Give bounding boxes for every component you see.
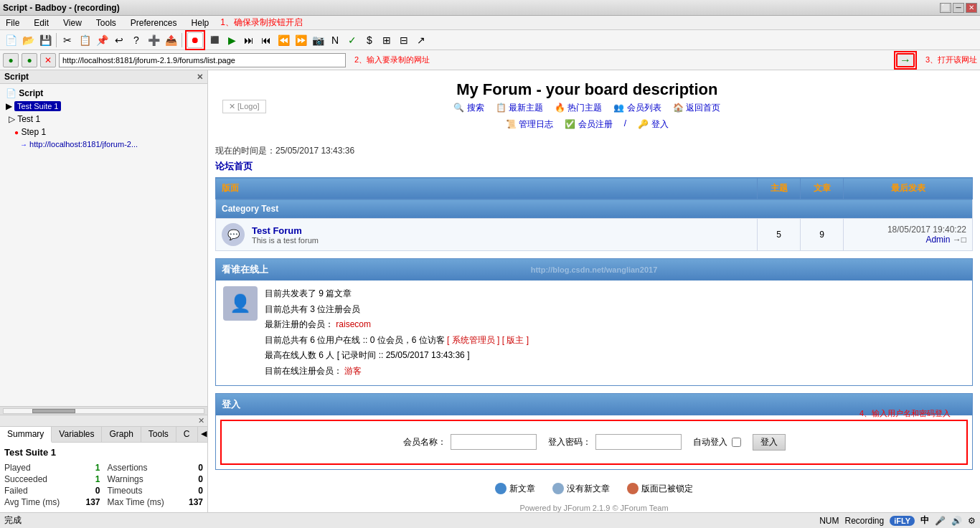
failed-value: 0: [79, 486, 100, 496]
sep2: [182, 33, 182, 47]
new-item-btn[interactable]: N: [327, 32, 343, 48]
dollar-btn[interactable]: $: [362, 32, 377, 48]
forum-body: 现在的时间是：25/05/2017 13:43:36 论坛首页 版面 主题 文章…: [208, 142, 980, 512]
arrow-btn[interactable]: ↗: [413, 32, 429, 48]
left-scrollbar-h[interactable]: [0, 406, 207, 415]
settings-icon: ⚙: [968, 516, 976, 526]
online-line3: 最新注册的会员： raisecom: [265, 317, 529, 333]
script-icon: 📄: [6, 88, 17, 98]
status-text: 完成: [4, 514, 22, 527]
bottom-panel: ✕ Summary Variables Graph Tools C ◀ ▶ Te…: [0, 415, 207, 512]
forum-lastpost-cell: 18/05/2017 19:40:22 Admin →□: [844, 219, 973, 251]
forum-header: ✕ [Logo] My Forum - your board descripti…: [208, 70, 980, 142]
tree-test[interactable]: ▷ Test 1: [3, 113, 204, 126]
no-new-icon: [552, 483, 564, 494]
lang-indicator: 中: [920, 514, 929, 527]
left-panel-title: Script: [4, 72, 29, 82]
stat-warnings: Warnings 0: [108, 473, 204, 485]
tab-tools[interactable]: Tools: [141, 427, 176, 442]
tree-suite[interactable]: ▶ Test Suite 1: [3, 100, 204, 113]
go-box: →: [894, 51, 917, 70]
time-info: 现在的时间是：25/05/2017 13:43:36: [215, 142, 973, 160]
autologin-checkbox[interactable]: [732, 438, 741, 447]
nav-hot[interactable]: 🔥 热门主题: [555, 102, 602, 114]
online-bracket1[interactable]: [ 系统管理员 ]: [447, 335, 499, 345]
back-btn[interactable]: ●: [3, 53, 19, 67]
stat-failed: Failed 0: [4, 485, 100, 496]
help-btn[interactable]: ?: [128, 32, 144, 48]
check-btn[interactable]: ✓: [344, 32, 360, 48]
footer-nonew: 没有新文章: [552, 483, 610, 495]
nav-register[interactable]: ✅ 会员注册: [565, 118, 612, 131]
capture-btn[interactable]: 📷: [310, 32, 326, 48]
online-user3[interactable]: raisecom: [336, 319, 371, 329]
forum-info: 💬 Test Forum This is a test forum: [222, 223, 751, 246]
tab-summary[interactable]: Summary: [0, 427, 52, 443]
menu-file[interactable]: File: [3, 16, 22, 29]
locked-label: 版面已被锁定: [641, 483, 693, 495]
next-btn[interactable]: ⏭: [241, 32, 257, 48]
breadcrumb[interactable]: 论坛首页: [215, 160, 973, 177]
menu-view[interactable]: View: [60, 16, 85, 29]
footer-new: 新文章: [495, 483, 535, 495]
tab-graph[interactable]: Graph: [102, 427, 141, 442]
online-bracket2[interactable]: [ 版主 ]: [502, 335, 529, 345]
warnings-value: 0: [182, 474, 203, 484]
tab-c[interactable]: C: [176, 427, 198, 442]
online-body: 👤 目前共发表了 9 篇文章 目前总共有 3 位注册会员 最新注册的会员： ra…: [216, 280, 972, 385]
prev-btn[interactable]: ⏮: [258, 32, 274, 48]
bottom-panel-close-btn[interactable]: ✕: [198, 416, 204, 425]
nav-members[interactable]: 👥 会员列表: [613, 102, 661, 114]
autologin-field: 自动登入: [693, 436, 741, 448]
play-btn[interactable]: ▶: [224, 32, 240, 48]
online-user6[interactable]: 游客: [344, 366, 362, 376]
tab-variables[interactable]: Variables: [52, 427, 102, 442]
url-input[interactable]: [59, 53, 346, 67]
new-btn[interactable]: 📄: [3, 32, 19, 48]
nav-search[interactable]: 🔍 搜索: [453, 102, 484, 114]
save-btn[interactable]: 💾: [37, 32, 53, 48]
username-input[interactable]: [451, 434, 537, 450]
th-articles: 文章: [801, 178, 844, 199]
online-line6: 目前在线注册会员： 游客: [265, 364, 529, 380]
nav-login[interactable]: 🔑 登入: [638, 118, 668, 131]
forum-name[interactable]: Test Forum: [252, 225, 319, 236]
tree-url[interactable]: → http://localhost:8181/jforum-2...: [3, 138, 204, 150]
stop-btn[interactable]: ⬛: [207, 32, 222, 48]
forward-btn[interactable]: ●: [22, 53, 37, 67]
record-btn[interactable]: ⏺: [187, 32, 203, 48]
grid2-btn[interactable]: ⊟: [396, 32, 412, 48]
grid1-btn[interactable]: ⊞: [379, 32, 395, 48]
left-panel-close[interactable]: ✕: [197, 72, 203, 82]
nav-adminlog[interactable]: 📜 管理日志: [506, 118, 553, 131]
step-back-btn[interactable]: ⏪: [275, 32, 291, 48]
nav-home[interactable]: 🏠 返回首页: [673, 102, 720, 114]
minimize-btn[interactable]: ─: [953, 3, 964, 13]
copy-btn[interactable]: 📋: [77, 32, 93, 48]
menu-help[interactable]: Help: [189, 16, 212, 29]
menu-tools[interactable]: Tools: [93, 16, 119, 29]
add-btn[interactable]: ➕: [146, 32, 161, 48]
stop-nav-btn[interactable]: ✕: [40, 53, 56, 67]
menu-preferences[interactable]: Preferences: [128, 16, 180, 29]
go-btn[interactable]: →: [896, 53, 915, 67]
tree-step[interactable]: ● Step 1: [3, 126, 204, 138]
undo-btn[interactable]: ↩: [111, 32, 127, 48]
close-btn[interactable]: ✕: [966, 3, 977, 13]
menu-edit[interactable]: Edit: [31, 16, 52, 29]
paste-btn[interactable]: 📌: [94, 32, 110, 48]
sound-icon: 🔊: [951, 516, 962, 526]
bottom-panel-close-bar: ✕: [0, 415, 207, 427]
forum-desc: This is a test forum: [252, 236, 319, 245]
password-input[interactable]: [595, 434, 682, 450]
login-submit-btn[interactable]: 登入: [753, 434, 786, 451]
url-label: http://localhost:8181/jforum-2...: [29, 140, 138, 148]
cut-btn[interactable]: ✂: [60, 32, 75, 48]
restore-btn[interactable]: ⬜: [940, 3, 951, 13]
suite-label: Test Suite 1: [14, 101, 61, 111]
open-btn[interactable]: 📂: [20, 32, 36, 48]
maxtime-value: 137: [182, 497, 203, 507]
export-btn[interactable]: 📤: [163, 32, 179, 48]
nav-latest[interactable]: 📋 最新主题: [496, 102, 543, 114]
step-fwd-btn[interactable]: ⏩: [293, 32, 308, 48]
